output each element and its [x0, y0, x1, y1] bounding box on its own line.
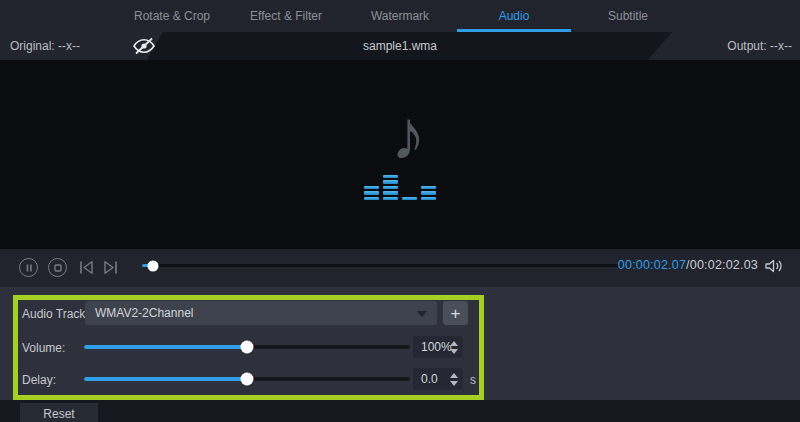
audio-track-label: Audio Track: [22, 307, 89, 321]
current-filename: sample1.wma [0, 32, 800, 60]
equalizer-column [364, 186, 379, 201]
current-time: 00:00:02.07 [618, 258, 686, 272]
delay-value-box[interactable]: 0.0 [413, 368, 463, 390]
total-time: 00:02:02.03 [690, 258, 758, 272]
pause-button[interactable] [19, 258, 38, 277]
playback-progress-slider[interactable] [142, 264, 620, 267]
volume-value: 100% [421, 340, 452, 354]
tab-effect-filter[interactable]: Effect & Filter [229, 0, 343, 32]
delay-unit-label: s [470, 373, 476, 387]
volume-slider[interactable] [84, 345, 410, 349]
equalizer-bars-icon [0, 172, 800, 200]
add-audio-track-button[interactable]: + [443, 301, 468, 325]
file-info-bar: Original: --x-- sample1.wma Output: --x-… [0, 32, 800, 60]
music-note-icon: ♪ [368, 100, 448, 170]
delay-label: Delay: [22, 373, 56, 387]
dropdown-arrow-icon [417, 311, 427, 317]
delay-slider[interactable] [84, 377, 410, 381]
audio-track-value: WMAV2-2Channel [95, 306, 193, 320]
output-resolution-label: Output: --x-- [727, 32, 792, 60]
next-frame-button[interactable] [102, 260, 119, 275]
audio-preview-area: ♪ [0, 60, 800, 249]
progress-handle[interactable] [148, 260, 159, 271]
bottom-bar: Reset [0, 400, 800, 422]
editor-tab-bar: Rotate & Crop Effect & Filter Watermark … [0, 0, 800, 32]
volume-slider-fill [84, 345, 247, 349]
delay-slider-handle[interactable] [241, 373, 254, 386]
tab-rotate-crop[interactable]: Rotate & Crop [115, 0, 229, 32]
delay-spin-up-icon[interactable] [450, 373, 458, 378]
tab-audio[interactable]: Audio [457, 0, 571, 32]
stop-icon [54, 264, 62, 272]
volume-label: Volume: [22, 341, 65, 355]
volume-speaker-icon[interactable] [764, 258, 784, 274]
time-display: 00:00:02.07/00:02:02.03 [618, 258, 758, 272]
volume-slider-handle[interactable] [241, 341, 254, 354]
skip-back-icon [78, 260, 95, 275]
audio-track-dropdown[interactable]: WMAV2-2Channel [85, 301, 437, 325]
equalizer-column [402, 197, 417, 201]
delay-slider-fill [84, 377, 247, 381]
equalizer-column [421, 186, 436, 201]
reset-button[interactable]: Reset [20, 403, 98, 422]
delay-value: 0.0 [421, 372, 438, 386]
equalizer-column [383, 175, 398, 201]
delay-spin-down-icon[interactable] [450, 381, 458, 386]
volume-spin-down-icon[interactable] [450, 349, 458, 354]
audio-settings-panel: Audio Track: WMAV2-2Channel + Volume: 10… [0, 287, 800, 400]
tab-subtitle[interactable]: Subtitle [571, 0, 685, 32]
volume-value-box[interactable]: 100% [413, 336, 463, 358]
pause-icon [25, 264, 33, 272]
stop-button[interactable] [48, 258, 67, 277]
tab-watermark[interactable]: Watermark [343, 0, 457, 32]
volume-spin-up-icon[interactable] [450, 341, 458, 346]
previous-frame-button[interactable] [78, 260, 95, 275]
skip-forward-icon [102, 260, 119, 275]
